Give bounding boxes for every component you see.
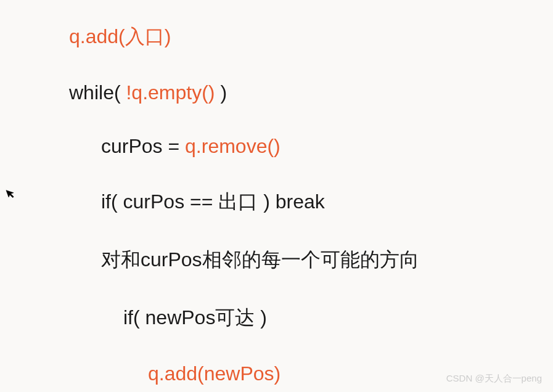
code-line-6: if( newPos可达 ) [69, 304, 553, 332]
pseudocode-block: q.add(入口) while( !q.empty() ) curPos = q… [0, 0, 553, 385]
code-line-2: while( !q.empty() ) [69, 81, 553, 104]
code-text: curPos = [101, 135, 185, 157]
code-line-4: if( curPos == 出口 ) break [69, 189, 553, 216]
code-text: if( curPos == 出口 ) break [101, 190, 325, 213]
code-line-1: q.add(入口) [69, 23, 553, 51]
code-text: 对和curPos相邻的每一个可能的方向 [101, 248, 419, 271]
code-text: !q.empty() [126, 81, 215, 104]
code-text: q.add(入口) [69, 25, 171, 47]
code-line-3: curPos = q.remove() [69, 135, 553, 158]
code-text: if( newPos可达 ) [123, 306, 267, 329]
watermark-text: CSDN @天人合一peng [446, 373, 542, 385]
code-text: while( [69, 81, 126, 104]
code-line-5: 对和curPos相邻的每一个可能的方向 [69, 247, 553, 274]
code-text: q.add(newPos) [148, 362, 281, 385]
code-text: q.remove() [185, 135, 281, 157]
code-text: ) [215, 81, 227, 104]
